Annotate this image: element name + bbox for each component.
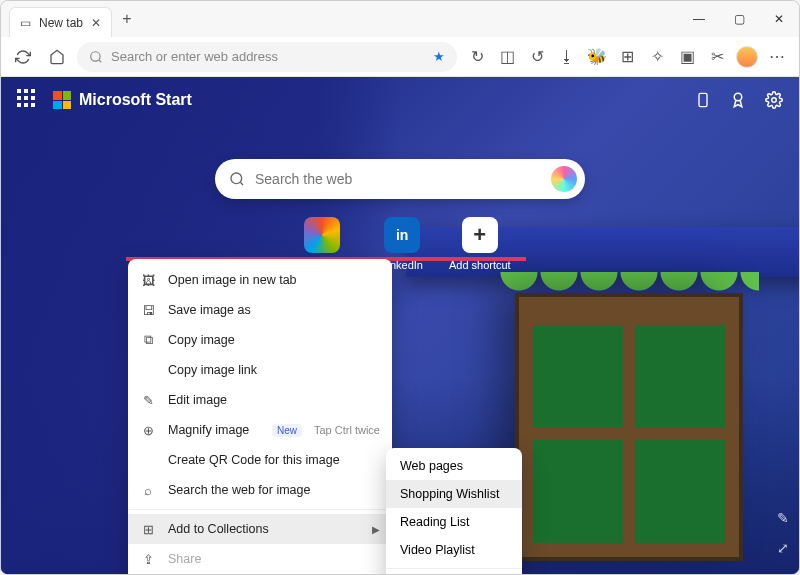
save-icon: 🖫 bbox=[140, 303, 156, 318]
close-tab-icon[interactable]: ✕ bbox=[91, 16, 101, 30]
close-window-button[interactable]: ✕ bbox=[759, 1, 799, 37]
submenu-web-pages[interactable]: Web pages bbox=[386, 452, 522, 480]
ctx-create-qr[interactable]: Create QR Code for this image bbox=[128, 445, 392, 475]
ctx-copy-image-link[interactable]: Copy image link bbox=[128, 355, 392, 385]
window-controls: — ▢ ✕ bbox=[679, 1, 799, 37]
microsoft-start-logo[interactable]: Microsoft Start bbox=[53, 91, 192, 109]
submenu-video-playlist[interactable]: Video Playlist bbox=[386, 536, 522, 564]
background-detail bbox=[519, 297, 739, 557]
collections-icon: ⊞ bbox=[140, 522, 156, 537]
screenshot-toolbar-icon[interactable]: ✂ bbox=[703, 43, 731, 71]
new-badge: New bbox=[272, 424, 302, 437]
ctx-add-to-collections[interactable]: ⊞Add to Collections▶ bbox=[128, 514, 392, 544]
mobile-icon[interactable] bbox=[695, 91, 711, 109]
downloads-icon[interactable]: ⭳ bbox=[553, 43, 581, 71]
image-icon: 🖼 bbox=[140, 273, 156, 288]
address-bar[interactable]: Search or enter web address ★ bbox=[77, 42, 457, 72]
edit-background-icon[interactable]: ✎ bbox=[777, 510, 789, 526]
page-icon: ▭ bbox=[20, 16, 31, 30]
performance-icon[interactable]: ▣ bbox=[673, 43, 701, 71]
svg-point-4 bbox=[734, 93, 742, 101]
annotation-highlight-box: 🖼Open image in new tab 🖫Save image as ⧉C… bbox=[126, 257, 526, 261]
svg-line-1 bbox=[99, 59, 101, 61]
svg-rect-2 bbox=[699, 93, 707, 106]
refresh-button[interactable] bbox=[9, 43, 37, 71]
search-icon bbox=[89, 50, 103, 64]
window-titlebar: ▭ New tab ✕ + — ▢ ✕ bbox=[1, 1, 799, 37]
magnify-icon: ⊕ bbox=[140, 423, 156, 438]
submenu-shopping-wishlist[interactable]: Shopping Wishlist bbox=[386, 480, 522, 508]
address-placeholder: Search or enter web address bbox=[111, 49, 278, 64]
maximize-button[interactable]: ▢ bbox=[719, 1, 759, 37]
settings-gear-icon[interactable] bbox=[765, 91, 783, 109]
m365-icon bbox=[304, 217, 340, 253]
menu-separator bbox=[128, 509, 392, 510]
chevron-right-icon: ▶ bbox=[372, 524, 380, 535]
extensions-icon[interactable]: 🐝 bbox=[583, 43, 611, 71]
app-launcher-icon[interactable] bbox=[17, 89, 39, 111]
shortcut-hint: Tap Ctrl twice bbox=[314, 424, 380, 436]
brand-name: Microsoft Start bbox=[79, 91, 192, 109]
shortcut-add[interactable]: + Add shortcut bbox=[449, 217, 511, 271]
microsoft-logo-icon bbox=[53, 91, 71, 109]
new-tab-page: Microsoft Start Microsoft 365 bbox=[1, 77, 799, 575]
brand-bar: Microsoft Start bbox=[1, 77, 799, 123]
edit-icon: ✎ bbox=[140, 393, 156, 408]
ctx-copy-image[interactable]: ⧉Copy image bbox=[128, 325, 392, 355]
web-search-input[interactable] bbox=[255, 171, 541, 187]
svg-point-6 bbox=[231, 173, 242, 184]
context-menu: 🖼Open image in new tab 🖫Save image as ⧉C… bbox=[128, 259, 392, 575]
menu-separator bbox=[386, 568, 522, 569]
collections-submenu: Web pages Shopping Wishlist Reading List… bbox=[386, 448, 522, 575]
ctx-open-image-new-tab[interactable]: 🖼Open image in new tab bbox=[128, 265, 392, 295]
plus-icon: + bbox=[462, 217, 498, 253]
browser-tools-icon[interactable]: ✧ bbox=[643, 43, 671, 71]
svg-point-5 bbox=[772, 98, 777, 103]
ctx-edit-image[interactable]: ✎Edit image bbox=[128, 385, 392, 415]
svg-point-0 bbox=[91, 51, 100, 60]
favorite-star-icon[interactable]: ★ bbox=[433, 49, 445, 64]
linkedin-icon: in bbox=[384, 217, 420, 253]
sync-icon[interactable]: ↻ bbox=[463, 43, 491, 71]
web-search-box[interactable] bbox=[215, 159, 585, 199]
copy-icon: ⧉ bbox=[140, 332, 156, 348]
ctx-search-web-image[interactable]: ⌕Search the web for image bbox=[128, 475, 392, 505]
history-icon[interactable]: ↺ bbox=[523, 43, 551, 71]
search-icon: ⌕ bbox=[140, 483, 156, 498]
rewards-icon[interactable] bbox=[729, 91, 747, 109]
minimize-button[interactable]: — bbox=[679, 1, 719, 37]
home-button[interactable] bbox=[43, 43, 71, 71]
ctx-share: ⇪Share bbox=[128, 544, 392, 574]
profile-avatar[interactable] bbox=[733, 43, 761, 71]
share-icon: ⇪ bbox=[140, 552, 156, 567]
svg-line-7 bbox=[240, 182, 243, 185]
browser-tab[interactable]: ▭ New tab ✕ bbox=[9, 7, 112, 37]
browser-toolbar: Search or enter web address ★ ↻ ◫ ↺ ⭳ 🐝 … bbox=[1, 37, 799, 77]
copilot-icon[interactable] bbox=[551, 166, 577, 192]
ctx-magnify-image[interactable]: ⊕Magnify imageNewTap Ctrl twice bbox=[128, 415, 392, 445]
quick-links: Microsoft 365 in LinkedIn + Add shortcut bbox=[1, 217, 799, 271]
search-icon bbox=[229, 171, 245, 187]
ctx-save-image-as[interactable]: 🖫Save image as bbox=[128, 295, 392, 325]
expand-icon[interactable]: ⤢ bbox=[777, 540, 789, 556]
split-screen-icon[interactable]: ◫ bbox=[493, 43, 521, 71]
tab-title: New tab bbox=[39, 16, 83, 30]
new-tab-button[interactable]: + bbox=[112, 10, 142, 28]
collections-icon[interactable]: ⊞ bbox=[613, 43, 641, 71]
more-menu-icon[interactable]: ⋯ bbox=[763, 43, 791, 71]
submenu-reading-list[interactable]: Reading List bbox=[386, 508, 522, 536]
